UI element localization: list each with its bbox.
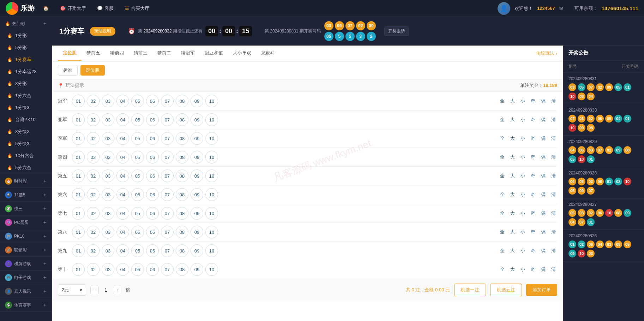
bet-ctrl-偶[interactable]: 偶 [540,97,547,105]
bet-ctrl-偶[interactable]: 偶 [540,209,547,217]
bet-ctrl-大[interactable]: 大 [509,228,516,236]
bet-num-btn-r2-n4[interactable]: 05 [131,132,144,145]
bet-ctrl-偶[interactable]: 偶 [540,266,547,273]
bet-num-btn-r3-n9[interactable]: 10 [205,151,218,164]
tab-dinwei[interactable]: 定位胆 [58,46,82,61]
bet-num-btn-r6-n3[interactable]: 04 [116,207,129,220]
bet-num-btn-r5-n1[interactable]: 02 [87,188,100,201]
sidebar-category-liansiao[interactable]: 🔗联销彩 ＋ [0,243,52,256]
sidebar-item-1fensaiche[interactable]: 🔥1分赛车 [0,54,52,66]
sidebar-item-5fenliu[interactable]: 🔥5分六合 [0,162,52,174]
sidebar-category-chess[interactable]: ♟️棋牌游戏 ＋ [0,257,52,270]
tab-qianwu[interactable]: 猜前五 [82,46,105,61]
bet-num-btn-r9-n2[interactable]: 03 [102,263,114,276]
bet-ctrl-小[interactable]: 小 [519,228,526,236]
sidebar-category-live[interactable]: 👤真人视讯 ＋ [0,284,52,298]
tab-daxiao[interactable]: 大小单双 [228,46,256,61]
sidebar-category-kuaisan[interactable]: 🎲快三 ＋ [0,202,52,215]
bet-num-btn-r0-n4[interactable]: 05 [131,95,144,107]
bet-ctrl-偶[interactable]: 偶 [540,135,547,142]
bet-ctrl-清[interactable]: 清 [550,153,557,161]
bet-ctrl-小[interactable]: 小 [519,116,526,124]
bet-ctrl-大[interactable]: 大 [509,266,516,273]
bet-num-btn-r5-n7[interactable]: 08 [176,188,188,201]
bet-ctrl-全[interactable]: 全 [499,247,506,255]
sidebar-category-sport[interactable]: ⚽体育赛事 ＋ [0,298,52,311]
nav-service[interactable]: 💬 客服 [94,4,116,13]
bet-num-btn-r3-n5[interactable]: 06 [146,151,159,164]
bet-ctrl-清[interactable]: 清 [550,228,557,236]
tab-guanya[interactable]: 冠亚和值 [200,46,228,61]
add-order-button[interactable]: 添加订单 [526,284,557,296]
bet-num-btn-r9-n8[interactable]: 09 [191,263,203,276]
tab-qianer[interactable]: 猜前二 [152,46,176,61]
bet-ctrl-大[interactable]: 大 [509,97,516,105]
bet-ctrl-清[interactable]: 清 [550,247,557,255]
bet-ctrl-偶[interactable]: 偶 [540,116,547,124]
bet-num-btn-r3-n0[interactable]: 01 [72,151,85,164]
bet-num-btn-r4-n5[interactable]: 06 [146,170,159,182]
bet-ctrl-全[interactable]: 全 [499,116,506,124]
bet-ctrl-小[interactable]: 小 [519,266,526,273]
bet-num-btn-r4-n1[interactable]: 02 [87,170,100,182]
bet-ctrl-小[interactable]: 小 [519,191,526,198]
bet-num-btn-r2-n1[interactable]: 02 [87,132,100,145]
stepper-plus[interactable]: + [113,286,121,294]
bet-num-btn-r3-n7[interactable]: 08 [176,151,188,164]
bet-num-btn-r0-n3[interactable]: 04 [116,95,129,107]
bet-num-btn-r2-n5[interactable]: 06 [146,132,159,145]
bet-ctrl-偶[interactable]: 偶 [540,172,547,180]
sidebar-category-elec[interactable]: 🎮电子游戏 ＋ [0,271,52,284]
bet-num-btn-r7-n0[interactable]: 01 [72,226,85,238]
tab-longhu[interactable]: 龙虎斗 [256,46,280,61]
tab-qiansan[interactable]: 猜前三 [129,46,152,61]
nav-home[interactable]: 🏠 [40,4,52,12]
bet-num-btn-r7-n7[interactable]: 08 [176,226,188,238]
sidebar-item-3fencai[interactable]: 🔥3分彩 [0,78,52,90]
bet-ctrl-大[interactable]: 大 [509,191,516,198]
bet-ctrl-偶[interactable]: 偶 [540,247,547,255]
bet-num-btn-r5-n0[interactable]: 01 [72,188,85,201]
bet-num-btn-r4-n9[interactable]: 10 [205,170,218,182]
sub-tab-dinwei[interactable]: 定位胆 [80,65,105,76]
play-explain-button[interactable]: 玩法说明 [90,27,115,36]
logo[interactable]: 乐游 [6,2,35,15]
bet-num-btn-r9-n1[interactable]: 02 [87,263,100,276]
random-five-button[interactable]: 机选五注 [490,284,522,296]
tab-qiansi[interactable]: 猜前四 [105,46,129,61]
sidebar-category-pk10[interactable]: 🏁PK10 ＋ [0,229,52,243]
bet-num-btn-r1-n5[interactable]: 06 [146,113,159,126]
bet-ctrl-小[interactable]: 小 [519,247,526,255]
trad-play-button[interactable]: 传统玩法 › [536,50,557,57]
bet-ctrl-清[interactable]: 清 [550,135,557,142]
bet-ctrl-全[interactable]: 全 [499,153,506,161]
bet-num-btn-r1-n8[interactable]: 09 [191,113,203,126]
bet-num-btn-r8-n8[interactable]: 09 [191,244,203,257]
bet-num-btn-r3-n6[interactable]: 07 [161,151,174,164]
bet-num-btn-r0-n0[interactable]: 01 [72,95,85,107]
bet-ctrl-清[interactable]: 清 [550,191,557,198]
bet-num-btn-r9-n4[interactable]: 05 [131,263,144,276]
sidebar-item-5fenkuai3[interactable]: 🔥5分快3 [0,138,52,150]
stepper-minus[interactable]: − [90,286,99,294]
sidebar-item-1fenliu[interactable]: 🔥1分六合 [0,90,52,102]
bet-num-btn-r4-n7[interactable]: 08 [176,170,188,182]
bet-ctrl-奇[interactable]: 奇 [529,266,537,273]
bet-num-btn-r1-n3[interactable]: 04 [116,113,129,126]
bet-num-btn-r2-n9[interactable]: 10 [205,132,218,145]
bet-num-btn-r9-n3[interactable]: 04 [116,263,129,276]
bet-num-btn-r7-n5[interactable]: 06 [146,226,159,238]
bet-num-btn-r6-n1[interactable]: 02 [87,207,100,220]
bet-num-btn-r5-n5[interactable]: 06 [146,188,159,201]
bet-num-btn-r7-n4[interactable]: 05 [131,226,144,238]
bet-num-btn-r8-n9[interactable]: 10 [205,244,218,257]
bet-num-btn-r2-n0[interactable]: 01 [72,132,85,145]
bet-ctrl-奇[interactable]: 奇 [529,172,537,180]
bet-num-btn-r4-n8[interactable]: 09 [191,170,203,182]
bet-ctrl-偶[interactable]: 偶 [540,228,547,236]
bet-num-btn-r6-n6[interactable]: 07 [161,207,174,220]
bet-ctrl-奇[interactable]: 奇 [529,153,537,161]
bet-num-btn-r3-n2[interactable]: 03 [102,151,114,164]
bet-ctrl-大[interactable]: 大 [509,172,516,180]
bet-ctrl-偶[interactable]: 偶 [540,191,547,198]
